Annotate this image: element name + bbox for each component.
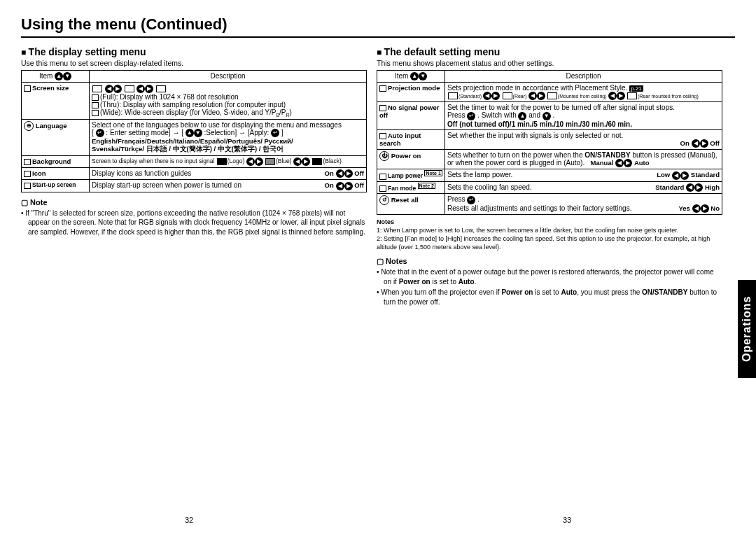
footer: 32 33 [0, 516, 756, 524]
right-icon: ▶ [113, 85, 122, 93]
full-icon [92, 94, 99, 101]
table-row: ⏻ Power on Sets whether to turn on the p… [377, 150, 722, 169]
page-number-right: 33 [378, 516, 756, 524]
right-icon: ▶ [145, 85, 153, 93]
power-icon: ⏻ [379, 151, 389, 161]
logo-swatch-icon [217, 158, 227, 165]
table-footnotes: Notes 1: When Lamp power is set to Low, … [377, 218, 722, 252]
table-row: Screen size ◀▶ ◀▶ (Full): Display with 1… [22, 83, 367, 119]
wide-icon [92, 110, 99, 116]
desc-screen-size: ◀▶ ◀▶ (Full): Display with 1024 × 768 do… [90, 83, 367, 119]
projection-icon [379, 85, 386, 92]
item-background: Background [22, 156, 90, 168]
up-down-icon: ▲ [55, 72, 63, 80]
col-header-desc: Description [90, 71, 367, 83]
page-number-left: 32 [0, 516, 378, 524]
two-column-layout: The display setting menu Use this menu t… [21, 43, 735, 307]
up-down-icon: ▼ [63, 72, 71, 80]
side-tab-operations: Operations [738, 280, 756, 378]
note-body: If "Thru" is selected for screen size, p… [28, 209, 367, 237]
icon-icon [24, 171, 31, 177]
right-icon: ▶ [617, 92, 625, 100]
table-row: Auto input search Set whether the input … [377, 129, 722, 149]
desc-no-signal-power-off: Set the timer to wait for the power to b… [445, 102, 722, 129]
globe-icon: ⊕ [24, 121, 34, 131]
right-icon: ▶ [491, 92, 500, 100]
down-icon: ▼ [194, 129, 202, 137]
manual-page: Using the menu (Continued) The display s… [0, 0, 756, 534]
left-icon: ◀ [293, 157, 302, 166]
right-intro: This menu shows placement status and oth… [377, 59, 722, 67]
desc-lamp-power: Sets the lamp power. Low ◀▶ Standard [445, 169, 722, 181]
mode-icon [547, 92, 557, 99]
lamp-icon [379, 174, 386, 180]
notes-body: Note that in the event of a power outage… [377, 267, 722, 307]
right-icon: ▶ [700, 139, 708, 148]
screen-icon [24, 85, 31, 92]
autoinput-icon [379, 133, 386, 139]
right-icon: ▶ [701, 204, 709, 213]
table-row: Projection mode Sets projection mode in … [377, 83, 722, 102]
left-heading: The display setting menu [21, 46, 367, 57]
right-column: The default setting menu This menu shows… [377, 43, 722, 307]
left-icon: ◀ [672, 171, 680, 180]
item-auto-input-search: Auto input search [377, 129, 445, 149]
right-icon: ▶ [624, 159, 632, 167]
table-row: No signal power off Set the timer to wai… [377, 102, 722, 129]
enter-icon: ↵ [271, 129, 279, 137]
up-down-icon: ▼ [419, 72, 427, 80]
aspect-icon [156, 85, 166, 92]
table-row: Icon Display icons as function guides On… [22, 168, 367, 180]
desc-language: Select one of the languages below to use… [90, 119, 367, 155]
table-row: ⊕ Language Select one of the languages b… [22, 119, 367, 155]
table-row: Background Screen to display when there … [22, 156, 367, 168]
item-power-on: ⏻ Power on [377, 150, 445, 169]
table-row: Start-up screen Display start-up screen … [22, 180, 367, 192]
desc-projection-mode: Sets projection mode in accordance with … [445, 83, 722, 102]
desc-power-on: Sets whether to turn on the power when t… [445, 150, 722, 169]
display-setting-table: Item ▲▼ Description Screen size ◀▶ [21, 70, 367, 192]
thru-icon [92, 102, 99, 108]
table-row: Lamp power Note 1 Sets the lamp power. L… [377, 169, 722, 181]
item-screen-size: Screen size [22, 83, 90, 119]
nosignal-icon [379, 105, 386, 111]
left-column: The display setting menu Use this menu t… [21, 43, 367, 307]
left-icon: ◀ [136, 85, 145, 93]
left-icon: ◀ [608, 92, 617, 100]
up-icon: ▲ [518, 112, 526, 120]
col-header-item: Item ▲▼ [22, 71, 90, 83]
col-header-item: Item ▲▼ [377, 71, 445, 83]
item-fan-mode: Fan mode Note 2 [377, 181, 445, 193]
left-intro: Use this menu to set screen display-rela… [21, 59, 367, 67]
aspect-icon [92, 85, 102, 92]
mode-icon [627, 92, 637, 99]
right-icon: ▶ [255, 157, 263, 166]
left-icon: ◀ [686, 183, 694, 192]
up-icon: ▲ [186, 129, 194, 137]
item-projection-mode: Projection mode [377, 83, 445, 102]
notes-heading: ▢ Notes [377, 257, 722, 266]
enter-icon: ↵ [467, 196, 475, 204]
note-heading: ▢ Note [21, 198, 367, 207]
left-icon: ◀ [692, 139, 700, 148]
reset-icon: ↺ [379, 195, 389, 205]
left-icon: ◀ [336, 182, 344, 190]
item-language: ⊕ Language [22, 119, 90, 155]
right-icon: ▶ [694, 183, 703, 192]
left-icon: ◀ [615, 159, 624, 167]
left-icon: ◀ [692, 204, 701, 213]
right-icon: ▶ [537, 92, 545, 100]
desc-reset-all: Press ↵ . Resets all adjustments and set… [445, 194, 722, 215]
left-icon: ◀ [246, 157, 255, 166]
right-icon: ▶ [344, 169, 353, 178]
item-icon: Icon [22, 168, 90, 180]
desc-fan-mode: Sets the cooling fan speed. Standard ◀▶ … [445, 181, 722, 193]
enter-icon: ↵ [96, 129, 104, 137]
up-down-icon: ▲ [410, 72, 419, 80]
table-row: ↺ Reset all Press ↵ . Resets all adjustm… [377, 194, 722, 215]
desc-background: Screen to display when there is no input… [90, 156, 367, 168]
item-startup-screen: Start-up screen [22, 180, 90, 192]
right-icon: ▶ [680, 171, 689, 180]
table-row: Fan mode Note 2 Sets the cooling fan spe… [377, 181, 722, 193]
desc-startup-screen: Display start-up screen when power is tu… [90, 180, 367, 192]
